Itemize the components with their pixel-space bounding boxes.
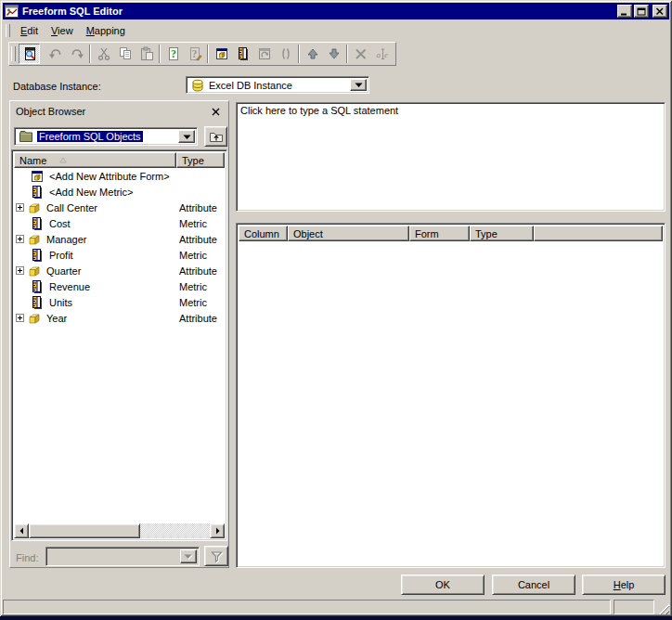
sql-statement-view-button[interactable]	[19, 44, 40, 64]
column-header-object[interactable]: Object	[288, 226, 409, 241]
column-header-column[interactable]: Column	[239, 226, 288, 241]
filter-button	[204, 546, 228, 566]
column-header-label: Column	[244, 228, 279, 239]
resize-grip[interactable]	[657, 602, 669, 614]
tree-item-label: Units	[49, 297, 72, 308]
menu-view[interactable]: View	[45, 23, 80, 38]
tree-item-add-new-attribute-form[interactable]: <Add New Attribute Form>	[14, 168, 225, 184]
tree-item-label: Year	[46, 313, 67, 324]
object-browser-close-button[interactable]	[209, 105, 223, 118]
database-instance-dropdown-arrow[interactable]	[350, 79, 367, 91]
expand-icon[interactable]	[16, 203, 24, 212]
database-icon	[190, 78, 205, 93]
svg-text:a: a	[376, 50, 381, 59]
expand-icon[interactable]	[16, 266, 24, 275]
column-header-type[interactable]: Type	[470, 226, 534, 241]
paste-button	[136, 44, 157, 64]
tree-item-add-new-metric[interactable]: <Add New Metric>	[14, 184, 225, 200]
svg-text:?: ?	[191, 47, 197, 60]
tree-item-label: Cost	[49, 218, 71, 229]
help-button[interactable]: Help	[582, 575, 666, 595]
window-title: Freeform SQL Editor	[22, 6, 615, 17]
cancel-button[interactable]: Cancel	[492, 575, 575, 595]
cut-button	[93, 44, 114, 64]
scrollbar-track[interactable]	[29, 523, 210, 538]
title-bar: Freeform SQL Editor	[3, 3, 669, 19]
attribute-icon	[27, 232, 44, 247]
edit-mapping-button	[253, 44, 275, 64]
object-browser-panel: Object Browser Freeform SQL Objects Name…	[9, 100, 229, 568]
tree-item-label: <Add New Metric>	[49, 187, 133, 198]
scroll-left-button[interactable]	[14, 523, 29, 538]
freeform-sql-editor-window: Freeform SQL Editor Edit View Mapping ??…	[0, 0, 672, 616]
tree-item-label: Call Center	[46, 202, 97, 213]
scrollbar-thumb[interactable]	[29, 523, 140, 538]
database-instance-combo[interactable]: Excel DB Instance	[186, 76, 369, 94]
tree-item-cost[interactable]: CostMetric	[14, 215, 225, 231]
toolbar-gripper[interactable]	[11, 46, 16, 61]
copy-button	[114, 44, 136, 64]
tree-item-revenue[interactable]: RevenueMetric	[14, 278, 225, 294]
tree-item-type: Attribute	[179, 234, 217, 245]
app-icon	[5, 4, 19, 19]
metric-icon	[30, 295, 46, 310]
tree-item-units[interactable]: UnitsMetric	[14, 294, 225, 310]
move-up-button[interactable]	[302, 44, 323, 64]
object-browser-dropdown-arrow[interactable]	[178, 130, 195, 143]
database-instance-label: Database Instance:	[13, 81, 101, 92]
svg-text:?: ?	[171, 47, 176, 60]
minimize-button[interactable]	[617, 5, 632, 18]
tree-item-label: Revenue	[49, 281, 90, 292]
attribute-icon	[27, 264, 44, 278]
up-one-level-button[interactable]	[204, 126, 227, 147]
metric-icon	[30, 248, 46, 263]
sort-ascending-icon	[59, 157, 67, 163]
metric-icon	[30, 216, 46, 231]
tree-item-manager[interactable]: ManagerAttribute	[14, 231, 225, 247]
status-panel-right	[614, 600, 654, 614]
find-label: Find:	[16, 552, 38, 563]
delete-button	[350, 44, 371, 64]
insert-attribute-form-button[interactable]	[211, 44, 232, 64]
insert-prompt-button[interactable]: ?	[162, 44, 184, 64]
ok-button[interactable]: OK	[401, 575, 485, 595]
horizontal-scrollbar[interactable]	[14, 523, 225, 538]
type-column-label: Type	[182, 155, 204, 166]
column-header-form[interactable]: Form	[409, 226, 470, 241]
close-button[interactable]	[653, 5, 667, 18]
expand-icon[interactable]	[16, 314, 24, 322]
tree-column-headers: Name Type	[14, 152, 225, 168]
maximize-button[interactable]	[634, 5, 649, 18]
object-tree: <Add New Attribute Form><Add New Metric>…	[14, 168, 225, 523]
tree-item-type: Metric	[179, 218, 207, 229]
insert-metric-button[interactable]	[232, 44, 253, 64]
menu-mapping[interactable]: Mapping	[80, 23, 132, 38]
tree-item-year[interactable]: YearAttribute	[14, 310, 225, 326]
edit-prompt-button: ?	[184, 44, 205, 64]
menu-gripper[interactable]	[6, 24, 10, 37]
form-header-label: Form	[415, 228, 439, 239]
tree-item-label: Profit	[49, 250, 73, 261]
tree-item-call-center[interactable]: Call CenterAttribute	[14, 200, 225, 215]
redo-button	[66, 44, 87, 64]
status-panel	[3, 600, 611, 614]
sql-statement-area[interactable]: Click here to type a SQL statement	[236, 102, 666, 212]
attribute-icon	[27, 200, 44, 215]
toolbar-separator	[298, 45, 300, 63]
tree-item-quarter[interactable]: QuarterAttribute	[14, 263, 225, 278]
menu-edit[interactable]: Edit	[14, 23, 45, 38]
name-column-header[interactable]: Name	[14, 152, 176, 168]
mapping-table: Column Object Form Type	[236, 223, 666, 568]
scroll-right-button[interactable]	[210, 523, 225, 538]
type-column-header[interactable]: Type	[176, 152, 225, 168]
expand-icon[interactable]	[16, 235, 24, 243]
object-browser-title: Object Browser	[16, 106, 209, 117]
column-header-blank[interactable]	[534, 226, 663, 241]
object-browser-folder-combo[interactable]: Freeform SQL Objects	[14, 127, 198, 146]
find-combo	[45, 547, 200, 566]
move-down-button[interactable]	[323, 44, 344, 64]
object-header-label: Object	[293, 228, 323, 239]
object-tree-box: Name Type <Add New Attribute Form><Add N…	[11, 149, 227, 541]
tree-item-profit[interactable]: ProfitMetric	[14, 247, 225, 263]
mapping-table-body[interactable]	[239, 241, 663, 565]
